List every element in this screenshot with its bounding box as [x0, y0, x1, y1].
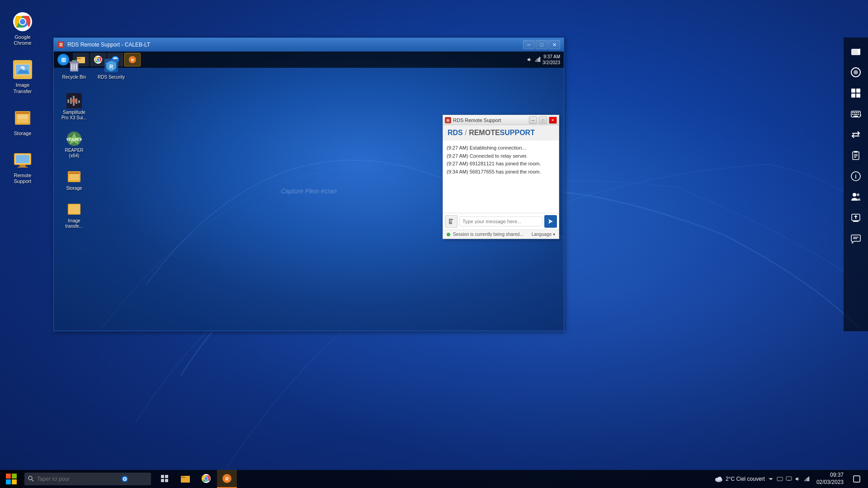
notification-center-btn[interactable]: [850, 470, 863, 488]
remote-support-icon: [12, 149, 33, 171]
svg-rect-131: [807, 478, 808, 481]
svg-rect-76: [852, 112, 854, 113]
systray-expand-icon[interactable]: [768, 476, 774, 482]
desktop-icon-chrome[interactable]: Google Chrome: [5, 9, 41, 48]
rds-network-icon: [534, 56, 541, 63]
rds-inner-taskbar: ⊞: [54, 52, 564, 68]
rtb-info-btn[interactable]: i: [846, 167, 865, 186]
rds-window-controls: ─ □ ✕: [523, 40, 560, 49]
search-input[interactable]: [37, 476, 118, 482]
chat-message-2: (9:27 AM) Connected to relay server.: [447, 152, 555, 160]
rds-chat-input-field[interactable]: [459, 216, 542, 226]
svg-rect-45: [449, 219, 452, 224]
rds-image-transfer-icon: [66, 201, 82, 217]
network-icon: [804, 476, 810, 482]
weather-text: 2°C Ciel couvert: [726, 476, 765, 482]
svg-rect-64: [537, 59, 538, 62]
taskbar-clock[interactable]: 09:37 02/03/2023: [813, 472, 847, 486]
taskbar-right: 2°C Ciel couvert 09:37 02/03/2023: [714, 470, 868, 488]
svg-rect-39: [69, 173, 79, 180]
taskbar-search[interactable]: [24, 473, 151, 485]
svg-text:R: R: [109, 64, 113, 70]
taskbar-date: 02/03/2023: [816, 479, 844, 486]
taskbar-explorer[interactable]: [175, 470, 195, 488]
desktop-icon-remote-support[interactable]: Remote Support: [5, 147, 41, 186]
rtb-photo-btn[interactable]: [846, 63, 865, 82]
desktop-icon-image-transfer[interactable]: Image Transfer: [5, 57, 41, 96]
rds-logo-text: RDS / REMOTESUPPORT: [448, 129, 535, 137]
desktop-icon-storage[interactable]: Storage: [5, 105, 41, 138]
svg-rect-115: [181, 476, 185, 477]
rds-chat-send-btn[interactable]: [544, 215, 557, 228]
svg-rect-126: [777, 477, 783, 481]
svg-rect-11: [16, 112, 29, 114]
chat-message-3: (9:27 AM) 691281121 has joined the room.: [447, 160, 555, 168]
svg-point-35: [72, 99, 76, 103]
rtb-clipboard-btn[interactable]: [846, 146, 865, 165]
rtb-upload-btn[interactable]: [846, 208, 865, 227]
rds-chat-messages: (9:27 AM) Establishing connection... (9:…: [443, 141, 559, 213]
svg-point-92: [853, 193, 856, 197]
taskbar-chrome[interactable]: [196, 470, 216, 488]
rtb-swap-btn[interactable]: [846, 125, 865, 144]
svg-point-3: [20, 19, 25, 24]
svg-point-124: [718, 477, 722, 480]
taskbar-time: 09:37: [830, 472, 844, 479]
svg-rect-101: [12, 474, 17, 479]
svg-rect-132: [808, 477, 809, 481]
rds-security-label: RDS Security: [98, 75, 125, 80]
rds-inner-reaper[interactable]: REAPER REAPER (x64): [58, 129, 90, 160]
rds-window-close[interactable]: ✕: [548, 40, 560, 49]
rds-chat-restore[interactable]: □: [539, 117, 547, 124]
svg-text:i: i: [855, 174, 856, 180]
rds-inner-rds-security[interactable]: R RDS Security: [95, 56, 127, 81]
rds-inner-samplitude[interactable]: Samplitude Pro X3 Sui...: [58, 91, 90, 122]
weather-widget: 2°C Ciel couvert: [714, 474, 765, 484]
rds-chat-file-btn[interactable]: [445, 215, 458, 228]
rtb-keyboard-btn[interactable]: [846, 104, 865, 123]
svg-rect-86: [854, 151, 858, 153]
svg-rect-73: [851, 94, 855, 98]
rds-inner-storage[interactable]: Storage: [58, 167, 90, 192]
chat-message-4: (9:34 AM) 568177655 has joined the room.: [447, 168, 555, 176]
rtb-camera-btn[interactable]: [846, 42, 865, 61]
svg-point-93: [857, 193, 859, 196]
svg-rect-71: [851, 89, 855, 93]
chrome-label: Google Chrome: [6, 34, 39, 46]
monitor-icon: [786, 476, 792, 482]
rds-window-title: RDS Remote Support - CALEB-LT: [67, 42, 520, 48]
rds-chat-header: RDS / REMOTESUPPORT: [443, 125, 559, 141]
samplitude-label: Samplitude Pro X3 Sui...: [60, 110, 89, 121]
desktop-icons-left: Google Chrome Image Transfer: [5, 9, 41, 186]
svg-rect-133: [854, 476, 860, 482]
svg-rect-22: [69, 61, 79, 63]
rds-inner-clock: 9:37 AM 3/2/2023: [542, 54, 560, 66]
storage-icon: [12, 107, 33, 129]
rds-chat-minimize[interactable]: ─: [529, 117, 537, 124]
svg-rect-13: [18, 117, 28, 118]
rds-chat-close[interactable]: ✕: [549, 117, 557, 124]
svg-rect-42: [69, 205, 80, 214]
language-btn[interactable]: Language ▾: [532, 232, 555, 237]
svg-point-104: [28, 476, 32, 480]
start-button[interactable]: [0, 470, 23, 488]
svg-rect-102: [6, 479, 11, 484]
rds-inner-time: 9:37 AM: [542, 54, 560, 60]
rds-window-minimize[interactable]: ─: [523, 40, 535, 49]
rds-inner-image-transfer[interactable]: Image transfe...: [58, 200, 90, 230]
cortana-icon: [121, 475, 128, 483]
svg-point-61: [129, 56, 136, 63]
rds-volume-icon: [526, 56, 533, 63]
rtb-users-btn[interactable]: [846, 188, 865, 206]
rtb-chat-btn[interactable]: [846, 229, 865, 248]
svg-marker-46: [452, 219, 453, 220]
taskbar-task-view[interactable]: [155, 470, 175, 488]
rtb-grid-btn[interactable]: [846, 84, 865, 103]
taskbar-rds-remote[interactable]: R: [217, 470, 237, 488]
svg-rect-112: [165, 479, 168, 482]
rds-inner-recycle-bin[interactable]: Recycle Bin: [58, 56, 90, 81]
svg-rect-100: [6, 474, 11, 479]
svg-rect-79: [858, 112, 859, 113]
svg-rect-30: [67, 99, 69, 103]
rds-window-maximize[interactable]: □: [536, 40, 547, 49]
